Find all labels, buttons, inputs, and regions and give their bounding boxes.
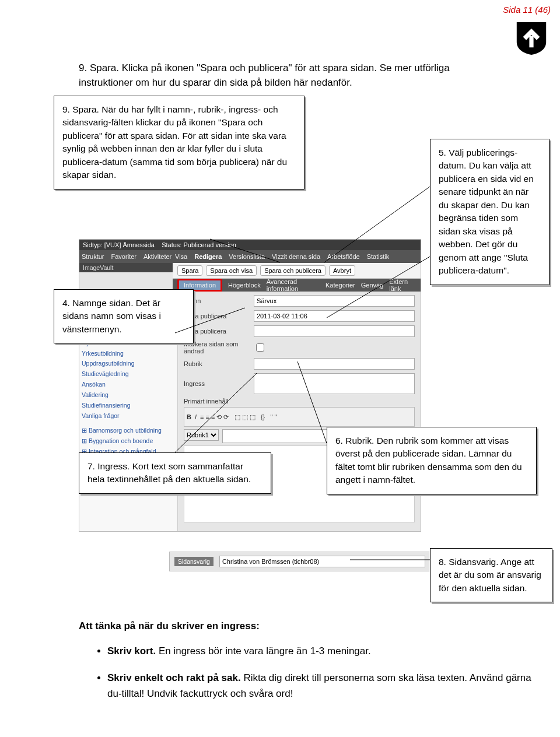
ingress-heading: Att tänka på när du skriver en ingress:	[79, 620, 260, 632]
callout-7: 7. Ingress. Kort text som sammanfattar h…	[79, 452, 271, 494]
subtabs: Information HögerblockAvancerad informat…	[173, 279, 421, 292]
status-label: Status:	[162, 241, 181, 248]
style-select[interactable]: Rubrik1	[184, 429, 219, 441]
rich-text-toolbar: B I ≡ ≡ ≡ ⟲ ⟳ ⬚ ⬚ ⬚ {} " "	[184, 407, 415, 427]
spara-publicera-button[interactable]: Spara och publicera	[260, 265, 326, 276]
svg-rect-0	[529, 36, 533, 48]
namn-field[interactable]	[254, 295, 415, 307]
rubrik-field[interactable]	[254, 358, 415, 370]
callout-6: 6. Rubrik. Den rubrik som kommer att vis…	[327, 427, 537, 494]
sidansvarig-row: Sidansvarig	[169, 552, 430, 571]
page-form: Namn Börja publicera Sluta publicera Mar…	[178, 292, 421, 532]
shield-logo-icon	[516, 21, 547, 56]
ingress-bullets: Skriv kort. En ingress bör inte vara län…	[93, 644, 539, 713]
borja-field[interactable]	[254, 310, 415, 322]
callout-9: 9. Spara. När du har fyllt i namn-, rubr…	[54, 96, 304, 189]
bullet-1: Skriv kort. En ingress bör inte vara län…	[107, 644, 539, 659]
intro-paragraph: 9. Spara. Klicka på ikonen "Spara och pu…	[79, 61, 452, 90]
sidtyp-value: [VUX] Ämnessida	[104, 241, 155, 248]
sidtyp-label: Sidtyp:	[83, 241, 103, 248]
left-tabs: StrukturFavoriterAktiviteter	[79, 250, 173, 263]
view-tabs: Visa Redigera Versionslista Vizzit denna…	[173, 250, 421, 263]
status-value: Publicerad version	[183, 241, 236, 248]
callout-4: 4. Namnge sidan. Det är sidans namn som …	[54, 289, 194, 343]
callout-5: 5. Välj publicerings-datum. Du kan välja…	[430, 139, 550, 285]
callout-8: 8. Sidansvarig. Ange att det är du som ä…	[430, 548, 552, 602]
spara-visa-button[interactable]: Spara och visa	[206, 265, 257, 276]
sluta-field[interactable]	[254, 325, 415, 337]
imagevault-label: ImageVault	[79, 263, 173, 272]
bullet-2: Skriv enkelt och rakt på sak. Rikta dig …	[107, 671, 539, 701]
avbryt-button[interactable]: Avbryt	[329, 265, 355, 276]
toolbar: Spara Spara och visa Spara och publicera…	[173, 263, 421, 279]
page-number: Sida 11 (46)	[503, 5, 551, 15]
ingress-field[interactable]	[254, 373, 415, 394]
markera-checkbox[interactable]	[256, 343, 264, 352]
spara-button[interactable]: Spara	[177, 265, 202, 276]
sidansvarig-field[interactable]	[219, 556, 425, 567]
